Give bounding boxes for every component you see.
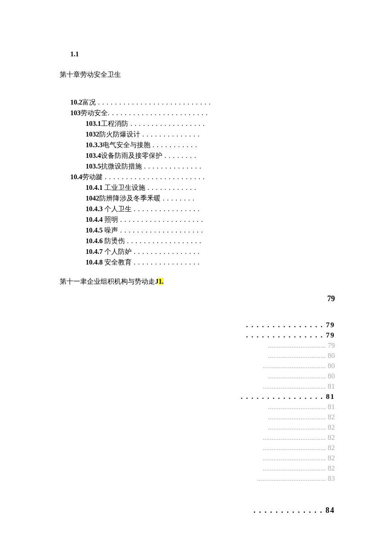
toc-row: 10.4.6 防烫伤 . . . . . . . . . . . . . . .…	[70, 235, 190, 246]
page-line: ................................ 82	[241, 412, 335, 422]
toc-row: 103劳动安全. . . . . . . . . . . . . . . . .…	[70, 108, 190, 118]
toc-dots: . . . . . . . . . . . . . . . .	[132, 248, 200, 255]
toc-dots: . . . . . . . . . . . . . . . . . . . .	[118, 227, 203, 234]
chapter-10-title: 第十章劳动安全卫生	[60, 70, 121, 79]
page-dots: ................................	[268, 413, 326, 421]
toc-number: 103.5	[86, 163, 101, 170]
toc-dots: . . . . . . . . . . . . . . . .	[132, 205, 200, 212]
page-number: 79	[323, 321, 335, 329]
toc-label: 照明	[103, 216, 118, 223]
toc-label: 防火防爆设计	[99, 131, 140, 138]
page-line: . . . . . . . . . . . . . . . 79	[241, 320, 335, 330]
page-line: . . . . . . . . . . . . . . . . 81	[241, 392, 335, 402]
toc-dots: . . . . . . . . . . . .	[145, 184, 196, 191]
page-dots: ...................................	[262, 454, 326, 462]
toc-label: 劳动安全	[81, 109, 108, 116]
page-number: 81	[323, 392, 335, 401]
toc-dots: . . . . . . . . . . . . . . . . . . . . …	[96, 99, 211, 106]
page-dots: ...................................	[262, 433, 326, 442]
toc-row: 10.4劳动踺 . . . . . . . . . . . . . . . . …	[70, 171, 190, 182]
toc-label: 防辨降涉及冬季釆暖	[99, 195, 161, 202]
page-line: ................................ 82	[241, 422, 335, 433]
page-line: ................................ 81	[241, 402, 335, 412]
page-line: ................................... 81	[241, 381, 335, 392]
page-dots: ................................	[268, 372, 326, 380]
page-number: 81	[326, 403, 335, 411]
page-number: 83	[326, 474, 335, 482]
toc-number: 10.4.1	[86, 184, 103, 191]
toc-dots: . . . . . . . . . . . . . . . . . . . . …	[108, 109, 208, 116]
page-dots: ................................	[268, 341, 326, 349]
final-dots: . . . . . . . . . . . . .	[254, 506, 323, 514]
toc-label: 噪声	[103, 227, 118, 234]
page-number: 79	[326, 341, 335, 349]
chapter-11-j: J	[155, 278, 159, 285]
toc-row: 10.4.3 个人卫生 . . . . . . . . . . . . . . …	[70, 203, 190, 214]
page-dots: ...................................	[262, 464, 326, 472]
page-dots: ...................................	[262, 444, 326, 452]
toc-dots: . . . . . . . . . . . . . . . . . .	[125, 237, 202, 244]
page-number: 82	[326, 464, 335, 472]
toc-dots: . . . . . . . . . . . . . . . . . .	[128, 120, 205, 127]
page-line: ................................ 80	[241, 371, 335, 381]
page-dots: . . . . . . . . . . . . . . .	[246, 321, 323, 329]
page-number: 79	[323, 331, 335, 339]
toc-row: 103.5抗微设防措施 . . . . . . . . . . . . . .	[70, 161, 190, 171]
toc-label: 工程消防	[101, 120, 128, 127]
toc-number: 10.4.3	[86, 205, 103, 212]
toc-row: 103.4设备防雨及接零保护 . . . . . . . .	[70, 150, 190, 161]
page-number: 82	[326, 423, 335, 431]
page-dots: ................................	[268, 423, 326, 431]
toc-dots: . . . . . . . . . . . . . .	[142, 163, 202, 170]
page-number-list: . . . . . . . . . . . . . . . 79. . . . …	[241, 320, 335, 484]
toc-number: 103.4	[86, 152, 101, 159]
page-line: ................................... 82	[241, 443, 335, 453]
page-line: ................................... 82	[241, 433, 335, 443]
toc-number: 10.4.6	[86, 237, 103, 244]
page-dots: ......................................	[257, 474, 326, 482]
toc-label: 防烫伤	[103, 237, 125, 244]
toc-row: 10.4.5 噪声 . . . . . . . . . . . . . . . …	[70, 225, 190, 235]
toc-label: 工业卫生设施	[103, 184, 145, 191]
final-page-number: 84	[323, 506, 335, 514]
toc-number: 10.4	[70, 173, 82, 180]
toc-label: 电气安全与接胞	[103, 141, 150, 148]
toc-label: 设备防雨及接零保护	[101, 152, 162, 159]
toc-dots: . . . . . . . . . . .	[150, 141, 197, 148]
toc-label: 安全教育	[103, 259, 132, 266]
page-dots: ...................................	[262, 362, 326, 370]
page-dots: ................................	[268, 352, 326, 360]
toc-dots: . . . . . . . .	[161, 195, 195, 202]
section-number: 1.1	[70, 50, 79, 58]
page-dots: ................................	[268, 403, 326, 411]
toc-row: 10.4.4 照明 . . . . . . . . . . . . . . . …	[70, 214, 190, 225]
page-number: 80	[326, 372, 335, 380]
toc-row: 1042防辨降涉及冬季釆暖 . . . . . . . .	[70, 193, 190, 203]
toc-number: 10.4.8	[86, 259, 103, 266]
page-line: ...................................... 8…	[241, 474, 335, 484]
toc-list: 10.2富况 . . . . . . . . . . . . . . . . .…	[70, 97, 190, 267]
toc-number: 10.4.5	[86, 227, 103, 234]
toc-number: 10.3.3	[86, 141, 103, 148]
chapter-11-highlight: 1.	[159, 278, 164, 285]
toc-row: 1032防火防爆设计 . . . . . . . . . . . . . .	[70, 129, 190, 139]
toc-label: 富况	[82, 99, 96, 106]
toc-row: 10.4.7 个人防妒 . . . . . . . . . . . . . . …	[70, 246, 190, 257]
page-line: ................................ 79	[241, 340, 335, 351]
page-line: . . . . . . . . . . . . . . . 79	[241, 330, 335, 340]
page-number: 82	[326, 433, 335, 442]
final-page-line: . . . . . . . . . . . . . 84	[254, 506, 335, 515]
page-number: 80	[326, 362, 335, 370]
page-line: ................................... 80	[241, 361, 335, 371]
toc-dots: . . . . . . . . . . . . . . . .	[132, 259, 200, 266]
toc-label: 劳动踺	[82, 173, 103, 180]
page-line: ................................ 80	[241, 351, 335, 361]
toc-row: 10.2富况 . . . . . . . . . . . . . . . . .…	[70, 97, 190, 108]
toc-row: 103.1工程消防 . . . . . . . . . . . . . . . …	[70, 118, 190, 129]
toc-row: 10.3.3电气安全与接胞 . . . . . . . . . . .	[70, 139, 190, 150]
page-dots: ...................................	[262, 382, 326, 390]
toc-dots: . . . . . . . . . . . . . .	[140, 131, 200, 138]
page-dots: . . . . . . . . . . . . . . .	[246, 331, 323, 339]
chapter-11-prefix: 第十一聿企业组积机构与势动走	[60, 278, 155, 285]
page-number: 81	[326, 382, 335, 390]
